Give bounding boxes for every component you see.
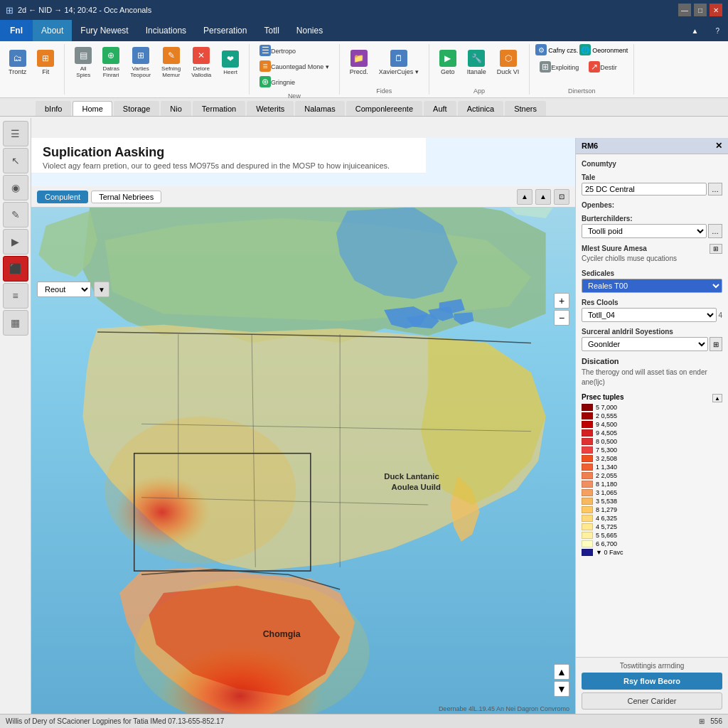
cauontegad-button[interactable]: ≡ Cauontegad Mone ▾ [255,60,333,74]
tab-storage[interactable]: Storage [114,101,160,116]
ribbon-group-fides: 📁 Precd. 🗒 XavierCujes ▾ Fides [346,44,429,95]
right-panel-body: Conumtyy Tale … Openbes: Burterchilders: [576,154,728,657]
zoom-controls: + − [554,293,569,326]
burterchilders-select[interactable]: Toolli poid [582,224,707,238]
help-menu[interactable]: ? [707,20,728,41]
sidebar-icon-grid[interactable]: ▦ [3,310,28,336]
legend-color-17 [582,549,593,556]
scroll-up-button[interactable]: ▲ [554,664,569,680]
perseration-menu[interactable]: Perseration [195,20,255,41]
tab-termation[interactable]: Termation [193,101,245,116]
ribbon-buttons-layers: ▤ AllSpies ⊕ DatrasFinrari ⊞ VartiesTeop… [70,44,243,81]
tab-componlereente[interactable]: Componlereente [346,101,422,116]
map-tab-conpulent[interactable]: Conpulent [37,191,88,203]
legend-scroll-area[interactable]: 5 7,000 2 0,555 9 4,500 9 4,505 8 0,500 … [582,403,722,557]
legend-color-7 [582,464,593,471]
tale-input[interactable] [582,183,707,196]
title-bar-controls[interactable]: — □ ✕ [678,4,722,16]
primary-action-button[interactable]: Rsy flow Beoro [582,673,722,690]
sidebar-icon-active[interactable]: ⬛ [3,256,28,282]
precd-button[interactable]: 📁 Precd. [346,44,373,81]
ribbon-group2-title [70,92,243,95]
sidebar-icon-layers[interactable]: ≡ [3,283,28,309]
tab-weterits[interactable]: Weterits [247,101,294,116]
legend-item-1: 2 0,555 [582,412,722,420]
exploiting-button[interactable]: ⊞ Exploiting [535,58,583,77]
dertropo-button[interactable]: ☰ Dertropo [255,44,300,58]
ribbon-group-new: ☰ Dertropo ≡ Cauontegad Mone ▾ ⊕ Gringni… [255,44,340,95]
inciuations-menu[interactable]: Inciuations [137,20,195,41]
duck-vi-button[interactable]: ⬡ Duck VI [493,44,524,81]
map-action-1[interactable]: ▲ [517,189,532,205]
sefning-button[interactable]: ✎ SefningMemur [157,44,185,81]
sidebar-icon-view[interactable]: ◉ [3,175,28,200]
map-container: Duck Lantanic Aoulea Uuild Chomgia Googl… [31,208,575,714]
totll-menu[interactable]: Totll [255,20,287,41]
tab-bInfo[interactable]: bInfo [36,101,71,116]
geto-button[interactable]: ▶ Geto [435,44,461,81]
mlest-action-button[interactable]: ⊞ [710,244,722,254]
itanale-button[interactable]: 🔧 Itanale [463,44,491,81]
fit-button[interactable]: ⊞ Fit [33,44,58,81]
surceral-action-button[interactable]: ⊞ [710,337,722,351]
tab-home[interactable]: Home [73,101,112,116]
varties-button[interactable]: ⊞ VartiesTeopour [126,44,155,81]
xaviercujes-button[interactable]: 🗒 XavierCujes ▾ [375,44,423,81]
tab-actinica[interactable]: Actinica [458,101,504,116]
sidebar-icon-play[interactable]: ▶ [3,229,28,255]
tab-stners[interactable]: Stners [505,101,546,116]
community-label: Conumtyy [582,160,722,168]
secondary-action-button[interactable]: Cener Carider [582,692,722,710]
tab-nio[interactable]: Nio [161,101,191,116]
datras-button[interactable]: ⊕ DatrasFinrari [98,44,124,81]
legend-color-6 [582,455,593,462]
legend-item-10: 3 1,065 [582,488,722,497]
legend-item-13: 4 6,325 [582,514,722,523]
map-view-select[interactable]: Reout Option 2 [37,282,91,297]
sedicales-field-row: Sedicales Reales T00 [582,269,722,293]
legend-scroll-up[interactable]: ▲ [712,394,722,402]
tale-action-button[interactable]: … [708,183,722,196]
zoom-in-button[interactable]: + [554,293,569,309]
collapse-menu[interactable]: ▲ [683,20,707,41]
burterchilders-action-button[interactable]: … [708,224,722,238]
minimize-button[interactable]: — [678,4,691,16]
ribbon-group-app: ▶ Geto 🔧 Itanale ⬡ Duck VI App [435,44,530,95]
about-menu[interactable]: About [33,20,72,41]
map-panel: Suplication Aasking Violect agy fearn pr… [31,138,575,714]
close-button[interactable]: ✕ [710,4,722,16]
nonies-menu[interactable]: Nonies [288,20,331,41]
res-clools-select[interactable]: Totll_04 [582,308,717,322]
ribbon-buttons-app: ▶ Geto 🔧 Itanale ⬡ Duck VI [435,44,524,81]
map-dropdown-area: Reout Option 2 ▼ [37,282,109,297]
legend-color-3 [582,429,593,437]
sidebar-icon-edit[interactable]: ✎ [3,202,28,228]
right-panel-close-button[interactable]: ✕ [715,141,722,151]
tab-auft[interactable]: Auft [424,101,456,116]
legend-item-6: 3 2,508 [582,454,722,463]
sidebar-icon-menu[interactable]: ☰ [3,121,28,146]
title-bar: ⊞ 2d ← NID → 14; 20:42 - Occ Anconals — … [0,0,728,20]
scroll-down-button[interactable]: ▼ [554,681,569,697]
map-action-3[interactable]: ⊡ [554,189,569,205]
sedicales-select[interactable]: Reales T00 [582,279,722,293]
map-action-2[interactable]: ▲ [535,189,551,205]
svg-text:Chomgia: Chomgia [263,629,301,639]
goonlder-select[interactable]: Goonlder [582,337,708,351]
delore-button[interactable]: ✕ DeloreVallodia [187,44,215,81]
map-dropdown-btn[interactable]: ▼ [94,282,109,297]
gringnie-button[interactable]: ⊕ Gringnie [255,75,299,90]
burterchilders-field-row: Burterchilders: Toolli poid … [582,215,722,238]
zoom-out-button[interactable]: − [554,310,569,326]
destir-button[interactable]: ↗ Destir [584,58,621,77]
heert-button[interactable]: ❤ Heert [218,44,243,81]
all-spies-button[interactable]: ▤ AllSpies [70,44,96,81]
tab-nalamas[interactable]: Nalamas [295,101,344,116]
ribbon-group-dir-title: Dinertson [535,85,628,95]
map-tab-ternal[interactable]: Ternal Nebriees [91,191,161,203]
maximize-button[interactable]: □ [694,4,707,16]
trontz-button[interactable]: 🗂 Trontz [4,44,31,81]
fury-newest-menu[interactable]: Fury Newest [72,20,136,41]
sidebar-icon-nav[interactable]: ↖ [3,148,28,173]
file-menu[interactable]: Fnl [0,20,33,41]
